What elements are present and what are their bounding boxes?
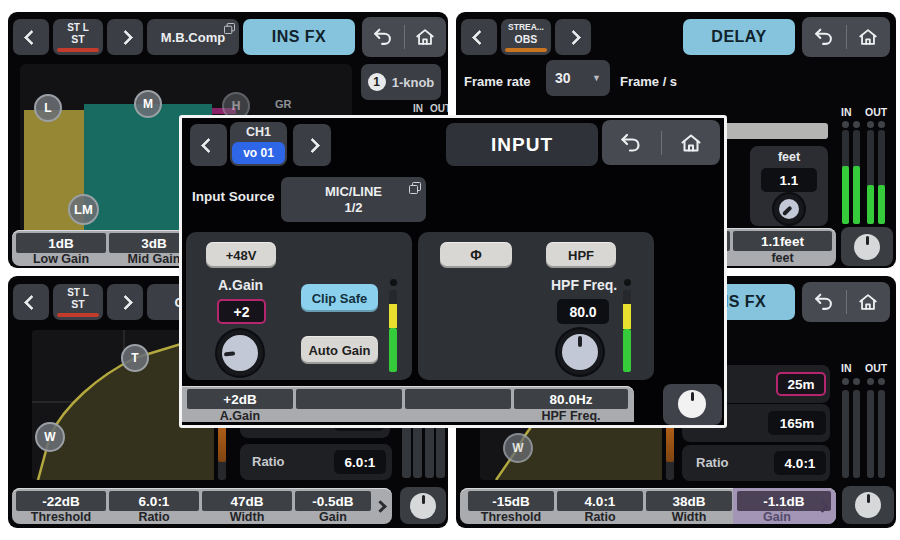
in-label: IN	[841, 362, 852, 374]
channel-color-bar	[57, 48, 99, 52]
frame-rate-dropdown[interactable]: 30 ▼	[546, 60, 610, 96]
again-value-box[interactable]: +2	[217, 299, 266, 324]
tab-ins-fx[interactable]: INS FX	[243, 19, 355, 55]
mid-band-handle[interactable]: M	[134, 90, 162, 118]
next-channel-button[interactable]	[107, 19, 143, 55]
footer-value-ratio[interactable]: 6.0:1	[109, 491, 199, 511]
undo-icon[interactable]	[813, 291, 835, 313]
chevron-right-icon	[117, 294, 133, 310]
undo-icon[interactable]	[619, 131, 643, 155]
plugin-select-button[interactable]: M.B.Comp	[147, 19, 239, 55]
home-icon[interactable]	[679, 131, 703, 155]
one-knob-button[interactable]: 1 1-knob	[361, 64, 441, 100]
mixer-screenshot: ST L ST M.B.Comp INS FX L M H LM GR 1	[0, 0, 900, 540]
chevron-left-icon	[23, 294, 39, 310]
channel-name-badge: vo 01	[232, 142, 285, 164]
footer-value-threshold[interactable]: -15dB	[468, 491, 554, 511]
undo-icon[interactable]	[372, 26, 394, 48]
home-icon[interactable]	[857, 26, 879, 48]
footer-label: Gain	[295, 510, 371, 523]
chevron-left-icon	[23, 29, 39, 45]
touch-and-turn-knob-button[interactable]	[400, 487, 446, 524]
clip-dot	[867, 121, 874, 128]
width-handle[interactable]: W	[35, 422, 65, 452]
out-meter-level	[878, 185, 885, 224]
touch-and-turn-knob-button[interactable]	[663, 384, 722, 425]
footer-value-feet[interactable]: 1.1feet	[733, 231, 832, 251]
copy-icon	[224, 23, 235, 34]
channel-select-button[interactable]: ST L ST	[53, 19, 103, 55]
frame-rate-label: Frame rate	[464, 74, 530, 89]
channel-color-bar	[57, 313, 99, 317]
meter-yellow	[623, 304, 631, 329]
clip-dot	[842, 121, 849, 128]
phase-button[interactable]: Φ	[440, 242, 512, 268]
footer-value-gain[interactable]: -0.5dB	[295, 491, 371, 511]
in-meter	[853, 390, 860, 478]
input-source-line2: 1/2	[344, 200, 362, 216]
feet-unit-label: feet	[750, 150, 828, 164]
attack-value-box[interactable]: 25m	[776, 372, 826, 396]
release-value-box[interactable]: 165m	[768, 411, 826, 435]
channel-select-button[interactable]: ST L ST	[53, 284, 103, 320]
auto-gain-button[interactable]: Auto Gain	[301, 336, 378, 364]
home-icon[interactable]	[857, 291, 879, 313]
clip-safe-button[interactable]: Clip Safe	[301, 284, 378, 312]
chevron-left-icon	[201, 137, 217, 153]
chevron-right-icon	[565, 29, 581, 45]
threshold-handle[interactable]: T	[121, 344, 149, 372]
phantom-48v-button[interactable]: +48V	[206, 242, 276, 268]
hpf-freq-knob[interactable]	[557, 329, 603, 375]
footer-value-threshold[interactable]: -22dB	[16, 491, 106, 511]
low-band-handle[interactable]: L	[34, 94, 62, 122]
hpf-freq-value-box[interactable]: 80.0	[557, 299, 609, 324]
prev-channel-button[interactable]	[13, 284, 49, 320]
undo-icon[interactable]	[813, 26, 835, 48]
channel-name-line1: ST L	[67, 22, 89, 33]
width-handle[interactable]: W	[503, 433, 533, 463]
prev-channel-button[interactable]	[13, 19, 49, 55]
footer-value-empty[interactable]	[296, 389, 402, 409]
next-channel-button[interactable]	[293, 124, 331, 166]
touch-and-turn-knob-button[interactable]	[842, 486, 894, 524]
feet-value-box[interactable]: 1.1	[761, 168, 817, 192]
ratio-value-box[interactable]: 4.0:1	[774, 451, 826, 475]
more-params-chevron[interactable]	[374, 500, 387, 513]
clip-dot	[853, 378, 860, 385]
home-icon[interactable]	[414, 26, 436, 48]
footer-value-again[interactable]: +2dB	[187, 389, 293, 409]
ratio-label: Ratio	[696, 455, 729, 470]
crossover-lm-handle[interactable]: LM	[68, 194, 99, 225]
footer-value-empty[interactable]	[405, 389, 511, 409]
copy-icon	[409, 182, 421, 194]
tab-delay[interactable]: DELAY	[683, 19, 795, 55]
dropdown-arrow-icon: ▼	[592, 73, 601, 83]
hpf-button[interactable]: HPF	[546, 242, 616, 268]
footer-value-width[interactable]: 47dB	[202, 491, 292, 511]
prev-channel-button[interactable]	[190, 124, 227, 166]
divider	[846, 25, 847, 49]
input-source-button[interactable]: MIC/LINE 1/2	[281, 177, 426, 222]
channel-color-bar	[505, 48, 547, 52]
footer-label: Threshold	[16, 510, 106, 523]
ratio-value-box[interactable]: 6.0:1	[334, 450, 386, 474]
channel-name-line2: ST	[71, 298, 84, 310]
channel-select-button[interactable]: STREA... OBS	[501, 19, 551, 55]
popup-title: INPUT	[446, 123, 598, 166]
feet-knob[interactable]	[774, 194, 804, 224]
touch-and-turn-knob-button[interactable]	[841, 227, 893, 266]
footer-value-low-gain[interactable]: 1dB	[16, 233, 106, 253]
next-channel-button[interactable]	[107, 284, 143, 320]
param-row-ratio: Ratio 4.0:1	[682, 445, 830, 481]
again-knob[interactable]	[217, 330, 263, 376]
footer-value-ratio[interactable]: 4.0:1	[557, 491, 643, 511]
param-footer: -15dB 4.0:1 38dB -1.1dB Threshold Ratio …	[460, 488, 836, 524]
input-popup: CH1 vo 01 INPUT Input Source MIC/LINE 1/…	[179, 115, 727, 428]
footer-value-hpf-freq[interactable]: 80.0Hz	[514, 389, 628, 409]
prev-channel-button[interactable]	[461, 19, 497, 55]
footer-label: A.Gain	[187, 409, 293, 422]
channel-select-button[interactable]: CH1 vo 01	[230, 122, 287, 166]
meter-green	[389, 328, 397, 372]
next-channel-button[interactable]	[555, 19, 591, 55]
footer-value-width[interactable]: 38dB	[646, 491, 732, 511]
